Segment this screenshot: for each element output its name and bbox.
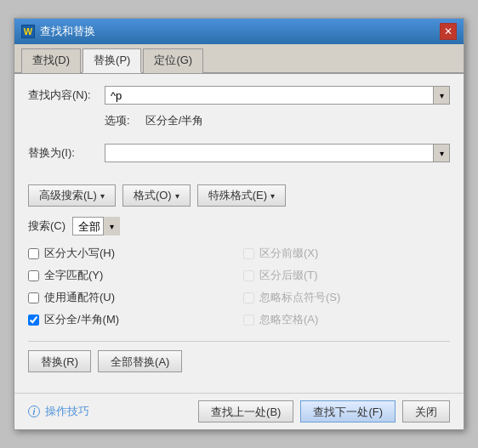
checkbox-suffix-input[interactable] (243, 270, 254, 281)
find-input-wrap: ▾ (105, 86, 450, 105)
special-format-button[interactable]: 特殊格式(E) ▾ (197, 184, 286, 207)
tab-goto[interactable]: 定位(G) (143, 48, 203, 73)
title-bar: W 查找和替换 ✕ (14, 19, 464, 44)
replace-input[interactable] (105, 144, 450, 162)
replace-dropdown-arrow[interactable]: ▾ (433, 144, 450, 162)
tips-link[interactable]: i 操作技巧 (28, 404, 89, 419)
checkbox-prefix: 区分前缀(X) (243, 246, 450, 261)
checkbox-space-label: 忽略空格(A) (259, 312, 318, 327)
checkbox-suffix-label: 区分后缀(T) (259, 268, 318, 283)
checkbox-punct-label: 忽略标点符号(S) (259, 290, 340, 305)
tips-label: 操作技巧 (45, 404, 89, 419)
search-row: 搜索(C) 全部 向上 向下 ▾ (28, 217, 450, 235)
format-arrow-icon: ▾ (175, 191, 179, 201)
window-title: 查找和替换 (40, 24, 95, 39)
search-select[interactable]: 全部 向上 向下 (72, 217, 120, 235)
find-dropdown-arrow[interactable]: ▾ (433, 86, 450, 105)
checkbox-wildcard-input[interactable] (28, 292, 39, 303)
checkbox-case-input[interactable] (28, 248, 39, 259)
format-button[interactable]: 格式(O) ▾ (122, 184, 191, 207)
find-label: 查找内容(N): (28, 88, 105, 103)
checkbox-space-input[interactable] (243, 315, 254, 326)
find-row: 查找内容(N): ▾ (28, 86, 450, 105)
tab-replace[interactable]: 替换(P) (83, 48, 141, 73)
checkbox-fullhalf-input[interactable] (28, 315, 39, 326)
checkbox-fullword: 全字匹配(Y) (28, 268, 235, 283)
divider (28, 341, 450, 342)
checkbox-prefix-label: 区分前缀(X) (259, 246, 318, 261)
checkbox-fullhalf-label: 区分全/半角(M) (44, 312, 119, 327)
replace-button[interactable]: 替换(R) (28, 350, 91, 372)
advanced-arrow-icon: ▾ (100, 191, 105, 201)
checkbox-prefix-input[interactable] (243, 248, 254, 259)
search-select-wrap: 全部 向上 向下 ▾ (72, 217, 120, 235)
bottom-buttons: 查找上一处(B) 查找下一处(F) 关闭 (198, 400, 450, 422)
title-bar-left: W 查找和替换 (21, 24, 95, 39)
find-input[interactable] (105, 86, 450, 105)
dialog-window: W 查找和替换 ✕ 查找(D) 替换(P) 定位(G) 查找内容(N): ▾ 选… (14, 18, 464, 430)
search-label: 搜索(C) (28, 218, 65, 234)
checkbox-punct-input[interactable] (243, 292, 254, 303)
checkbox-space: 忽略空格(A) (243, 312, 450, 327)
find-prev-button[interactable]: 查找上一处(B) (198, 400, 293, 422)
app-icon: W (21, 25, 35, 38)
replace-row: 替换为(I): ▾ (28, 144, 450, 162)
checkbox-suffix: 区分后缀(T) (243, 268, 450, 283)
options-text: 选项: 区分全/半角 (28, 113, 450, 128)
checkbox-wildcard: 使用通配符(U) (28, 290, 235, 305)
checkbox-case: 区分大小写(H) (28, 246, 235, 261)
replace-label: 替换为(I): (28, 145, 105, 161)
bottom-bar: i 操作技巧 查找上一处(B) 查找下一处(F) 关闭 (14, 393, 464, 429)
tab-find[interactable]: 查找(D) (21, 48, 81, 73)
toolbar-buttons: 高级搜索(L) ▾ 格式(O) ▾ 特殊格式(E) ▾ (28, 184, 450, 207)
info-icon: i (28, 405, 40, 417)
checkbox-case-label: 区分大小写(H) (44, 246, 115, 261)
checkbox-fullword-input[interactable] (28, 270, 39, 281)
replace-input-wrap: ▾ (105, 144, 450, 162)
advanced-search-button[interactable]: 高级搜索(L) ▾ (28, 184, 116, 207)
close-button[interactable]: ✕ (440, 23, 457, 40)
checkbox-wildcard-label: 使用通配符(U) (44, 290, 115, 305)
tab-bar: 查找(D) 替换(P) 定位(G) (14, 44, 464, 74)
checkbox-fullword-label: 全字匹配(Y) (44, 268, 103, 283)
dialog-content: 查找内容(N): ▾ 选项: 区分全/半角 替换为(I): ▾ (14, 74, 464, 393)
checkbox-fullhalf: 区分全/半角(M) (28, 312, 235, 327)
replace-actions: 替换(R) 全部替换(A) (28, 350, 450, 372)
checkbox-punct: 忽略标点符号(S) (243, 290, 450, 305)
checkboxes-grid: 区分大小写(H) 区分前缀(X) 全字匹配(Y) 区分后缀(T) 使用通配符(U… (28, 246, 450, 327)
replace-all-button[interactable]: 全部替换(A) (98, 350, 182, 372)
special-arrow-icon: ▾ (270, 191, 275, 201)
options-label: 选项: (105, 114, 130, 127)
close-dialog-button[interactable]: 关闭 (402, 400, 450, 422)
options-value: 区分全/半角 (145, 114, 204, 127)
find-next-button[interactable]: 查找下一处(F) (300, 400, 395, 422)
